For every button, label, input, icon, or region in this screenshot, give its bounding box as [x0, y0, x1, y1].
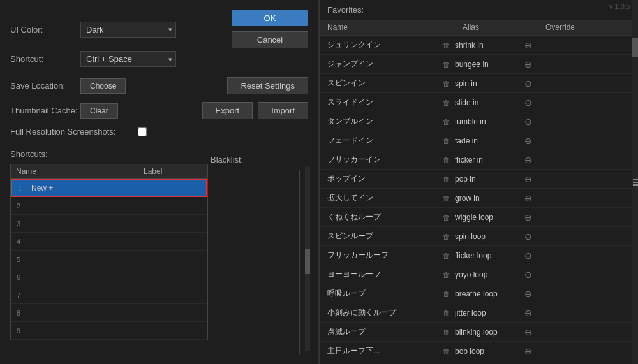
favorites-row-13[interactable]: ヨーヨールーフ 🗑 yoyo loop ⊖ — [320, 265, 638, 284]
favorites-alias-header: Alias — [457, 23, 540, 32]
favorites-row-7[interactable]: フリッカーイン 🗑 flicker in ⊖ — [320, 150, 638, 170]
shortcut-row-9[interactable]: 9 — [11, 322, 207, 340]
favorites-row-15[interactable]: 小刻みに動くループ 🗑 jitter loop ⊖ — [320, 303, 638, 323]
favorites-row-10[interactable]: くねくねループ 🗑 wiggle loop ⊖ — [320, 208, 638, 227]
import-button[interactable]: Import — [258, 102, 308, 119]
favorites-row-16[interactable]: 点滅ループ 🗑 blinking loop ⊖ — [320, 323, 638, 342]
fav-delete-icon-7[interactable]: 🗑 — [441, 175, 451, 183]
fav-name-7: ポップイン — [320, 173, 441, 184]
fav-delete-icon-2[interactable]: 🗑 — [441, 80, 451, 87]
full-resolution-label: Full Resolution Screenshots: — [10, 127, 138, 136]
fav-delete-icon-12[interactable]: 🗑 — [441, 271, 451, 279]
shortcut-row-1[interactable]: 1 New + — [11, 179, 207, 197]
fav-name-1: ジャンプイン — [320, 59, 441, 69]
menu-bar-2 — [633, 182, 638, 183]
fav-alias-1: bungee in — [451, 60, 524, 69]
favorites-row-12[interactable]: フリッカールーフ 🗑 flicker loop ⊖ — [320, 246, 638, 265]
ui-color-select[interactable]: Dark — [80, 22, 176, 38]
reset-settings-button[interactable]: Reset Settings — [227, 77, 308, 94]
shortcut-row-7[interactable]: 7 — [11, 286, 207, 304]
ok-button[interactable]: OK — [232, 10, 308, 26]
fav-delete-icon-15[interactable]: 🗑 — [441, 328, 451, 336]
fav-delete-icon-0[interactable]: 🗑 — [441, 41, 451, 49]
fav-delete-icon-4[interactable]: 🗑 — [441, 118, 451, 126]
fav-delete-icon-8[interactable]: 🗑 — [441, 194, 451, 202]
fav-delete-icon-10[interactable]: 🗑 — [441, 233, 451, 240]
blacklist-area[interactable] — [211, 170, 300, 354]
fav-minus-icon-7[interactable]: ⊖ — [524, 174, 532, 184]
fav-minus-icon-9[interactable]: ⊖ — [524, 212, 532, 222]
fav-delete-icon-16[interactable]: 🗑 — [441, 347, 451, 355]
fav-delete-icon-9[interactable]: 🗑 — [441, 214, 451, 221]
fav-alias-8: grow in — [451, 194, 524, 203]
full-resolution-checkbox[interactable] — [138, 127, 147, 136]
fav-alias-0: shrink in — [451, 41, 524, 50]
shortcut-num-7: 7 — [11, 291, 26, 299]
fav-minus-icon-0[interactable]: ⊖ — [524, 40, 532, 50]
ui-color-select-wrapper[interactable]: Dark — [80, 22, 176, 38]
fav-minus-icon-8[interactable]: ⊖ — [524, 193, 532, 203]
shortcut-row-2[interactable]: 2 — [11, 197, 207, 215]
fav-minus-icon-3[interactable]: ⊖ — [524, 98, 532, 108]
shortcut-row-6[interactable]: 6 — [11, 268, 207, 286]
fav-minus-icon-6[interactable]: ⊖ — [524, 155, 532, 165]
fav-delete-icon-1[interactable]: 🗑 — [441, 61, 451, 68]
favorites-row-6[interactable]: フェードイン 🗑 fade in ⊖ — [320, 131, 638, 150]
fav-name-2: スピンイン — [320, 78, 441, 89]
fav-minus-icon-11[interactable]: ⊖ — [524, 251, 532, 261]
favorites-row-8[interactable]: ポップイン 🗑 pop in ⊖ — [320, 170, 638, 189]
export-button[interactable]: Export — [202, 102, 253, 119]
version-label: v 1.0.5 — [609, 3, 630, 10]
fav-delete-icon-11[interactable]: 🗑 — [441, 252, 451, 259]
fav-alias-2: spin in — [451, 79, 524, 88]
fav-minus-icon-12[interactable]: ⊖ — [524, 270, 532, 280]
fav-name-11: フリッカールーフ — [320, 250, 441, 261]
fav-minus-icon-14[interactable]: ⊖ — [524, 308, 532, 318]
favorites-row-9[interactable]: 拡大してイン 🗑 grow in ⊖ — [320, 189, 638, 208]
right-scrollbar-thumb — [632, 38, 638, 57]
shortcut-row-5[interactable]: 5 — [11, 251, 207, 268]
favorites-row-17[interactable]: 主日ルーフ下... 🗑 bob loop ⊖ — [320, 342, 638, 355]
favorites-name-header: Name — [320, 23, 447, 32]
clear-button[interactable]: Clear — [80, 103, 118, 119]
favorites-row-11[interactable]: スピンループ 🗑 spin loop ⊖ — [320, 227, 638, 246]
fav-minus-icon-10[interactable]: ⊖ — [524, 231, 532, 242]
favorites-row-2[interactable]: ジャンプイン 🗑 bungee in ⊖ — [320, 55, 638, 74]
fav-alias-11: flicker loop — [451, 251, 524, 260]
fav-name-3: スライドイン — [320, 97, 441, 108]
shortcut-row-4[interactable]: 4 — [11, 233, 207, 251]
fav-minus-icon-4[interactable]: ⊖ — [524, 117, 532, 127]
fav-delete-icon-5[interactable]: 🗑 — [441, 137, 451, 145]
fav-delete-icon-6[interactable]: 🗑 — [441, 156, 451, 164]
fav-minus-icon-2[interactable]: ⊖ — [524, 78, 532, 89]
fav-minus-icon-16[interactable]: ⊖ — [524, 346, 532, 356]
fav-minus-icon-15[interactable]: ⊖ — [524, 327, 532, 337]
shortcut-row-3[interactable]: 3 — [11, 215, 207, 233]
favorites-row-1[interactable]: シュリンクイン 🗑 shrink in ⊖ — [320, 36, 638, 55]
middle-scrollbar-thumb — [305, 249, 310, 274]
fav-alias-12: yoyo loop — [451, 270, 524, 279]
fav-minus-icon-5[interactable]: ⊖ — [524, 136, 532, 146]
shortcut-row-8[interactable]: 8 — [11, 304, 207, 322]
fav-delete-icon-3[interactable]: 🗑 — [441, 99, 451, 106]
fav-delete-icon-14[interactable]: 🗑 — [441, 309, 451, 317]
fav-alias-5: fade in — [451, 136, 524, 145]
favorites-row-14[interactable]: 呼吸ループ 🗑 breathe loop ⊖ — [320, 284, 638, 303]
ui-color-label: UI Color: — [10, 25, 80, 34]
fav-delete-icon-13[interactable]: 🗑 — [441, 290, 451, 298]
fav-minus-icon-1[interactable]: ⊖ — [524, 59, 532, 69]
choose-button[interactable]: Choose — [80, 78, 126, 94]
shortcut-select[interactable]: Ctrl + Space — [80, 51, 176, 67]
fav-minus-icon-13[interactable]: ⊖ — [524, 289, 532, 299]
favorites-row-5[interactable]: タンブルイン 🗑 tumble in ⊖ — [320, 112, 638, 131]
fav-alias-9: wiggle loop — [451, 213, 524, 222]
favorites-row-4[interactable]: スライドイン 🗑 slide in ⊖ — [320, 93, 638, 112]
favorites-list: シュリンクイン 🗑 shrink in ⊖ ジャンプイン 🗑 bungee in… — [320, 36, 638, 355]
cancel-button[interactable]: Cancel — [232, 31, 308, 48]
favorites-row-3[interactable]: スピンイン 🗑 spin in ⊖ — [320, 74, 638, 93]
middle-scrollbar[interactable] — [305, 166, 310, 351]
shortcut-select-wrapper[interactable]: Ctrl + Space — [80, 51, 176, 67]
shortcuts-label-header: Label — [138, 164, 207, 178]
right-scrollbar[interactable] — [632, 0, 638, 364]
shortcut-num-6: 6 — [11, 273, 26, 281]
